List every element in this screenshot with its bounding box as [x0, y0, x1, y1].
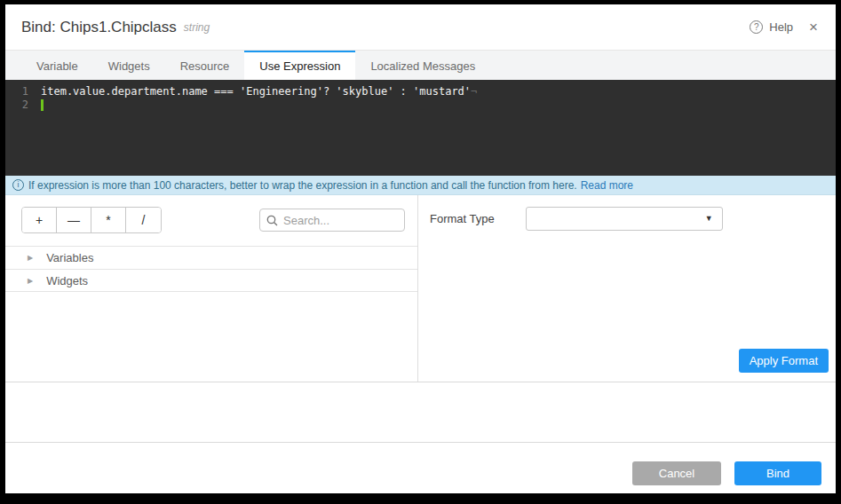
close-icon[interactable]: × — [809, 20, 818, 35]
help-button[interactable]: ? Help — [750, 20, 793, 34]
line-number-2: 2 — [5, 98, 41, 112]
tab-resource[interactable]: Resource — [165, 51, 245, 80]
expression-code-editor[interactable]: 1 item.value.department.name === 'Engine… — [5, 80, 836, 176]
dialog-title: Bind: Chips1.Chipclass — [21, 19, 177, 36]
tree-item-widgets[interactable]: ▶ Widgets — [5, 269, 417, 292]
help-label: Help — [769, 20, 793, 34]
plus-operator-button[interactable]: + — [22, 208, 57, 232]
bind-button[interactable]: Bind — [734, 461, 821, 485]
chevron-right-icon[interactable]: ▶ — [28, 277, 33, 285]
text-cursor — [41, 99, 44, 111]
search-box — [259, 209, 405, 232]
tab-use-expression[interactable]: Use Expression — [244, 51, 355, 80]
editor-line-1: 1 item.value.department.name === 'Engine… — [5, 85, 836, 98]
dialog-header: Bind: Chips1.Chipclass string ? Help × — [5, 4, 836, 51]
format-type-select[interactable]: ▼ — [526, 207, 723, 231]
empty-region — [5, 382, 836, 443]
format-type-row: Format Type ▼ — [418, 207, 836, 231]
info-icon: i — [12, 179, 24, 191]
tree-item-label: Variables — [46, 251, 93, 264]
minus-operator-button[interactable]: — — [57, 208, 91, 232]
tools-row: + — * / — [5, 207, 417, 233]
format-panel: Format Type ▼ Apply Format — [418, 195, 836, 382]
multiply-operator-button[interactable]: * — [91, 208, 126, 232]
editor-line-2-content — [41, 98, 44, 112]
cancel-button[interactable]: Cancel — [632, 461, 721, 485]
editor-line-2: 2 — [5, 98, 836, 112]
help-icon: ? — [750, 20, 763, 34]
expression-text: item.value.department.name === 'Engineer… — [41, 85, 471, 98]
left-panel: + — * / ▶ Variables — [5, 195, 418, 382]
dialog-footer: Cancel Bind — [5, 443, 836, 493]
backdrop: Bind: Chips1.Chipclass string ? Help × V… — [0, 0, 841, 504]
search-icon — [266, 214, 278, 230]
info-text: If expression is more than 100 character… — [28, 179, 577, 192]
tab-localized-messages[interactable]: Localized Messages — [355, 51, 490, 80]
apply-format-button[interactable]: Apply Format — [739, 349, 829, 373]
tab-widgets[interactable]: Widgets — [93, 51, 165, 80]
eol-marker: ¬ — [471, 85, 477, 98]
dropdown-arrow-icon: ▼ — [705, 214, 713, 223]
tab-bar: Variable Widgets Resource Use Expression… — [5, 51, 836, 80]
line-number-1: 1 — [5, 85, 41, 98]
tree-item-label: Widgets — [46, 274, 88, 287]
format-type-label: Format Type — [430, 212, 495, 225]
search-input[interactable] — [259, 209, 405, 232]
chevron-right-icon[interactable]: ▶ — [28, 254, 33, 262]
expression-info-banner: i If expression is more than 100 charact… — [5, 176, 836, 195]
read-more-link[interactable]: Read more — [581, 179, 633, 192]
bound-property-type: string — [184, 21, 210, 34]
divide-operator-button[interactable]: / — [126, 208, 161, 232]
expression-code: item.value.department.name === 'Engineer… — [41, 85, 477, 98]
header-actions: ? Help × — [750, 20, 818, 35]
tree-item-variables[interactable]: ▶ Variables — [5, 246, 417, 269]
bind-dialog: Bind: Chips1.Chipclass string ? Help × V… — [5, 4, 836, 493]
tab-variable[interactable]: Variable — [21, 51, 93, 80]
content-panels: + — * / ▶ Variables — [5, 195, 836, 382]
binding-source-tree: ▶ Variables ▶ Widgets — [5, 246, 417, 292]
operator-button-group: + — * / — [21, 207, 162, 233]
